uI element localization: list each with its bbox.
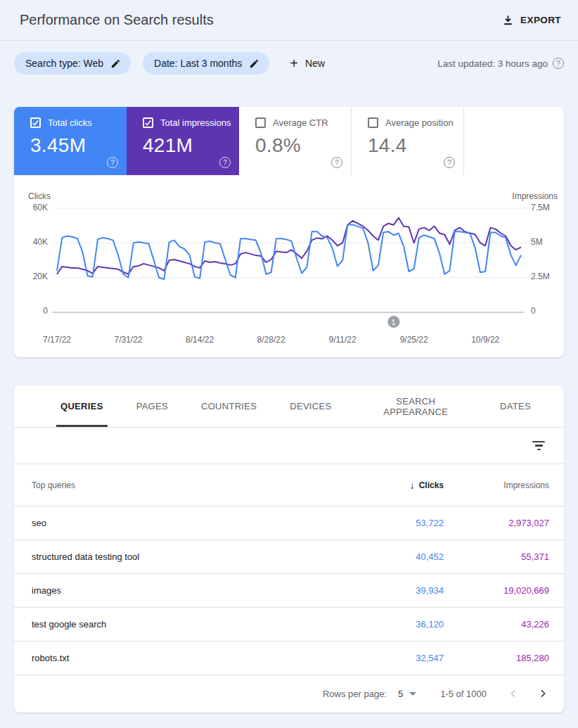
checkbox-checked-icon[interactable] — [143, 117, 153, 128]
date-range-chip[interactable]: Date: Last 3 months — [143, 52, 269, 75]
x-axis-tick: 8/28/22 — [257, 335, 285, 345]
previous-page-button[interactable] — [505, 685, 522, 702]
table-row[interactable]: robots.txt 32,547 185,280 — [14, 641, 564, 675]
checkbox-checked-icon[interactable] — [30, 117, 41, 128]
sort-desc-icon: ↓ — [410, 480, 415, 491]
annotation-marker[interactable]: 1 — [387, 316, 399, 328]
x-axis-tick: 8/14/22 — [186, 335, 214, 345]
metric-tile-total-clicks[interactable]: Total clicks 3.45M ? — [14, 107, 127, 175]
last-updated-text: Last updated: 3 hours ago — [437, 58, 548, 69]
checkbox-unchecked-icon[interactable] — [255, 117, 266, 128]
x-axis-tick: 9/11/22 — [329, 335, 357, 345]
query-cell: robots.txt — [32, 653, 338, 663]
left-axis-tick: 40K — [14, 237, 48, 248]
dropdown-caret-icon[interactable] — [409, 692, 416, 696]
search-type-chip[interactable]: Search type: Web — [14, 52, 131, 75]
impressions-cell: 185,280 — [444, 653, 549, 663]
checkbox-unchecked-icon[interactable] — [368, 117, 378, 128]
tab-devices[interactable]: DEVICES — [290, 385, 331, 427]
left-axis-title: Clicks — [28, 191, 51, 201]
query-cell: images — [32, 585, 338, 596]
left-axis-tick: 20K — [14, 272, 48, 282]
export-button[interactable]: EXPORT — [502, 14, 561, 26]
table-row[interactable]: structured data testing tool 40,452 55,3… — [14, 540, 564, 574]
query-cell: structured data testing tool — [32, 551, 338, 562]
new-filter-label: New — [305, 58, 325, 69]
column-header-top-queries[interactable]: Top queries — [32, 480, 338, 490]
metric-tile-average-position[interactable]: Average position 14.4 ? — [352, 107, 464, 175]
next-page-button[interactable] — [534, 685, 551, 702]
metric-tile-average-ctr[interactable]: Average CTR 0.8% ? — [239, 107, 352, 175]
rows-per-page-value[interactable]: 5 — [398, 689, 403, 699]
metric-tile-total-impressions[interactable]: Total impressions 421M ? — [127, 107, 239, 175]
tab-search-appearance[interactable]: SEARCH APPEARANCE — [364, 385, 467, 427]
page-title: Performance on Search results — [20, 12, 214, 28]
help-icon: ? — [219, 157, 231, 168]
metric-value: 14.4 — [368, 134, 463, 157]
tab-pages[interactable]: PAGES — [136, 385, 168, 427]
x-axis-tick: 9/25/22 — [400, 335, 428, 345]
left-axis-tick: 60K — [14, 203, 48, 213]
right-axis-tick: 5M — [531, 237, 564, 248]
rows-per-page-label: Rows per page: — [323, 689, 387, 699]
impressions-cell: 2,973,027 — [444, 518, 549, 528]
clicks-cell: 40,452 — [338, 551, 444, 562]
column-header-clicks-label: Clicks — [419, 480, 444, 490]
dimension-tabs: QUERIES PAGES COUNTRIES DEVICES SEARCH A… — [14, 385, 564, 428]
help-icon: ? — [107, 157, 118, 168]
left-axis-tick: 0 — [14, 306, 48, 317]
right-axis-tick: 0 — [531, 306, 564, 317]
metric-value: 0.8% — [255, 134, 351, 157]
help-icon[interactable]: ? — [553, 58, 564, 69]
metric-help[interactable]: ? — [107, 155, 118, 169]
performance-chart-panel: Total clicks 3.45M ? Total impressions 4… — [14, 107, 564, 357]
tab-queries[interactable]: QUERIES — [60, 385, 103, 427]
table-footer: Rows per page: 5 1-5 of 1000 — [14, 675, 564, 712]
time-series-chart[interactable]: Clicks Impressions 60K 40K 20K 0 7.5M 5M… — [14, 175, 564, 357]
metric-label: Total impressions — [160, 117, 231, 128]
table-header-row: Top queries ↓ Clicks Impressions — [14, 464, 564, 506]
tab-countries[interactable]: COUNTRIES — [201, 385, 257, 427]
filter-icon[interactable] — [532, 441, 545, 451]
line-chart-plot — [53, 208, 524, 312]
last-updated: Last updated: 3 hours ago ? — [437, 58, 564, 69]
metric-value: 3.45M — [30, 134, 127, 157]
table-row[interactable]: seo 53,722 2,973,027 — [14, 506, 564, 540]
metric-label: Total clicks — [48, 117, 92, 128]
edit-pencil-icon — [249, 58, 259, 69]
help-icon: ? — [444, 157, 455, 168]
clicks-cell: 36,120 — [338, 619, 444, 630]
export-label: EXPORT — [520, 15, 561, 25]
x-axis-tick: 7/17/22 — [43, 335, 71, 345]
impressions-cell: 19,020,669 — [444, 585, 549, 596]
x-axis-tick: 10/9/22 — [471, 335, 499, 345]
help-icon: ? — [331, 157, 342, 168]
table-filter-row — [14, 428, 564, 464]
download-icon — [502, 14, 514, 26]
chevron-right-icon — [537, 688, 548, 699]
metric-label: Average position — [385, 117, 454, 128]
tab-dates[interactable]: DATES — [500, 385, 531, 427]
column-header-impressions[interactable]: Impressions — [444, 480, 549, 490]
page-header: Performance on Search results EXPORT — [0, 0, 578, 41]
metric-help[interactable]: ? — [219, 155, 231, 169]
chevron-left-icon — [508, 688, 519, 699]
metric-tiles: Total clicks 3.45M ? Total impressions 4… — [14, 107, 564, 175]
pagination-range: 1-5 of 1000 — [440, 689, 487, 699]
clicks-cell: 53,722 — [338, 518, 444, 528]
metric-help[interactable]: ? — [331, 155, 342, 169]
date-range-chip-label: Date: Last 3 months — [154, 58, 242, 69]
impressions-cell: 43,226 — [444, 619, 549, 630]
table-row[interactable]: test google search 36,120 43,226 — [14, 608, 564, 641]
table-row[interactable]: images 39,934 19,020,669 — [14, 574, 564, 608]
clicks-cell: 32,547 — [338, 653, 444, 663]
filter-bar: Search type: Web Date: Last 3 months + N… — [14, 52, 564, 75]
query-cell: seo — [32, 518, 338, 528]
column-header-clicks[interactable]: ↓ Clicks — [338, 480, 444, 491]
metric-help[interactable]: ? — [444, 155, 455, 169]
new-filter-button[interactable]: + New — [290, 56, 325, 70]
right-axis-title: Impressions — [512, 191, 558, 201]
clicks-cell: 39,934 — [338, 585, 444, 596]
dimensions-table-panel: QUERIES PAGES COUNTRIES DEVICES SEARCH A… — [14, 385, 564, 713]
x-axis-tick: 7/31/22 — [115, 335, 143, 345]
